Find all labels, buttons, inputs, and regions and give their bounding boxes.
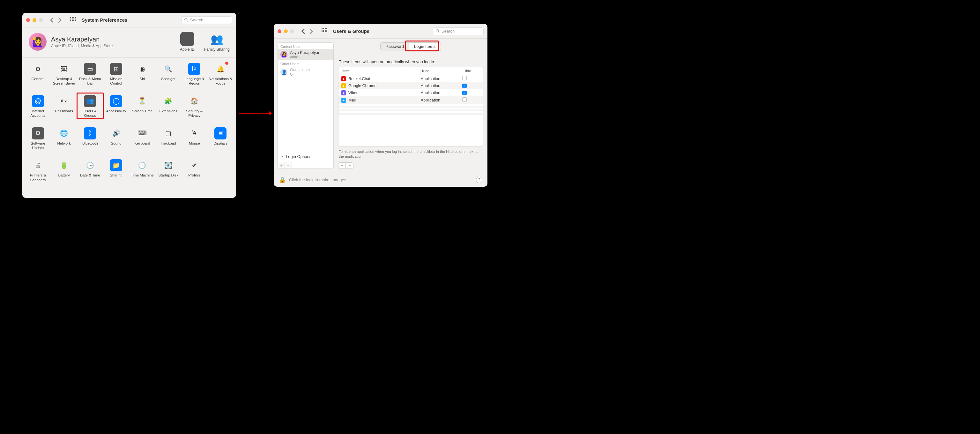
pref-desktop[interactable]: 🖼Desktop & Screen Saver (51, 61, 77, 86)
search-field[interactable]: Search (181, 16, 232, 24)
user-avatar[interactable]: 🙋‍♀️ (29, 33, 46, 51)
pref-mouse[interactable]: 🖱Mouse (181, 125, 208, 151)
lock-icon[interactable]: 🔒 (279, 177, 286, 183)
table-header: Item Kind Hide (339, 67, 483, 75)
hide-checkbox[interactable] (462, 76, 467, 80)
pref-label: Accessibility (104, 109, 129, 118)
show-all-icon[interactable] (321, 28, 328, 35)
pref-datetime[interactable]: 🕒Date & Time (77, 157, 103, 183)
app-icon: ● (341, 90, 346, 96)
pref-battery[interactable]: 🔋Battery (51, 157, 77, 183)
spotlight-icon: 🔍 (162, 63, 175, 75)
window-controls (278, 29, 294, 33)
add-user-button[interactable]: ＋ (278, 162, 285, 169)
pref-label: Notifications & Focus (208, 77, 233, 86)
minimize-window-button[interactable] (33, 18, 37, 22)
pref-sound[interactable]: 🔊Sound (103, 125, 129, 151)
pref-displays[interactable]: 🖥Displays (207, 125, 234, 151)
table-row[interactable]: ●MailApplication (339, 96, 483, 104)
app-kind: Application (421, 98, 462, 102)
family-sharing-tile[interactable]: 👥 Family Sharing (204, 32, 230, 52)
search-field[interactable]: Search (433, 27, 484, 35)
login-items-desc: These items will open automatically when… (339, 59, 482, 64)
pref-bluetooth[interactable]: ᛒBluetooth (77, 125, 103, 151)
pref-accessibility[interactable]: ◯Accessibility (103, 93, 129, 119)
pref-profiles[interactable]: ✔Profiles (181, 157, 208, 183)
pref-keyboard[interactable]: ⌨Keyboard (129, 125, 155, 151)
notification-badge (225, 62, 228, 65)
lock-row: 🔒 Click the lock to make changes. ? (274, 172, 487, 187)
add-login-item-button[interactable]: ＋ (338, 163, 346, 169)
pref-sharing[interactable]: 📁Sharing (103, 157, 129, 183)
other-users-header: Other Users (278, 60, 333, 66)
pref-network[interactable]: 🌐Network (51, 125, 77, 151)
app-icon: ● (341, 83, 346, 88)
close-window-button[interactable] (26, 18, 30, 22)
minimize-window-button[interactable] (284, 29, 288, 33)
tab-password[interactable]: Password (380, 43, 409, 50)
zoom-window-button[interactable] (39, 18, 43, 22)
tab-login-items[interactable]: Login Items (409, 43, 441, 50)
apple-id-tile[interactable]: Apple ID (180, 32, 195, 52)
pref-label: Screen Time (130, 109, 155, 118)
pref-trackpad[interactable]: ▢Trackpad (155, 125, 181, 151)
zoom-window-button[interactable] (290, 29, 294, 33)
pref-internet[interactable]: @Internet Accounts (25, 93, 51, 119)
guest-avatar-icon: 👤 (280, 69, 288, 76)
pref-label: Displays (208, 141, 233, 150)
sidebar-item-guest-user[interactable]: 👤 Guest User Off (278, 66, 333, 77)
startup-icon: 💽 (162, 159, 175, 171)
pref-screentime[interactable]: ⏳Screen Time (129, 93, 155, 119)
pref-general[interactable]: ⚙︎General (25, 61, 51, 86)
pref-label: Language & Region (182, 77, 207, 86)
col-kind[interactable]: Kind (421, 68, 462, 73)
col-hide[interactable]: Hide (462, 68, 480, 73)
table-row-empty (339, 113, 483, 115)
pref-mission[interactable]: ⊞Mission Control (103, 61, 129, 86)
app-name: Google Chrome (348, 84, 376, 88)
window-controls (26, 18, 43, 22)
table-row[interactable]: ●Rocket.ChatApplication (339, 75, 483, 82)
col-item[interactable]: Item (341, 68, 421, 73)
forward-button[interactable] (56, 16, 63, 24)
pref-label: Printers & Scanners (25, 173, 50, 182)
hide-checkbox[interactable] (462, 97, 467, 102)
pref-spotlight[interactable]: 🔍Spotlight (155, 61, 181, 86)
pref-label: Mouse (182, 141, 207, 150)
pref-siri[interactable]: ◉Siri (129, 61, 155, 86)
show-all-icon[interactable] (70, 17, 76, 23)
pref-printers[interactable]: 🖨Printers & Scanners (25, 157, 51, 183)
back-button[interactable] (48, 16, 56, 24)
dock-icon: ▭ (84, 63, 96, 75)
pref-extensions[interactable]: 🧩Extensions (155, 93, 181, 119)
hide-checkbox[interactable]: ✓ (462, 91, 467, 95)
pref-notifications[interactable]: 🔔Notifications & Focus (207, 61, 234, 86)
table-row[interactable]: ●Google ChromeApplication✓ (339, 82, 483, 89)
desktop-icon: 🖼 (58, 63, 70, 75)
svg-point-0 (185, 19, 187, 21)
login-options-row[interactable]: ⌂ Login Options (278, 151, 333, 162)
pref-language[interactable]: 🏳Language & Region (181, 61, 208, 86)
pref-security[interactable]: 🏠Security & Privacy (181, 93, 208, 119)
pref-timemachine[interactable]: 🕑Time Machine (129, 157, 155, 183)
pref-startup[interactable]: 💽Startup Disk (155, 157, 181, 183)
close-window-button[interactable] (278, 29, 282, 33)
sidebar-item-current-user[interactable]: 🙋‍♀️ Asya Karapetyan Admin (278, 49, 333, 60)
pref-update[interactable]: ⚙Software Update (25, 125, 51, 151)
screentime-icon: ⏳ (136, 95, 148, 107)
help-button[interactable]: ? (476, 177, 482, 183)
pref-passwords[interactable]: 🗝Passwords (51, 93, 77, 119)
table-row[interactable]: ●ViberApplication✓ (339, 89, 483, 96)
remove-login-item-button[interactable]: － (346, 163, 353, 169)
hide-checkbox[interactable]: ✓ (462, 84, 467, 88)
pref-dock[interactable]: ▭Dock & Menu Bar (77, 61, 103, 86)
language-icon: 🏳 (188, 63, 200, 75)
app-name: Viber (348, 91, 358, 95)
account-header: 🙋‍♀️ Asya Karapetyan Apple ID, iCloud, M… (22, 27, 236, 58)
pref-users[interactable]: 👥Users & Groups (77, 93, 103, 119)
forward-button[interactable] (307, 27, 315, 35)
annotation-arrow (239, 110, 272, 116)
back-button[interactable] (300, 27, 307, 35)
sharing-icon: 📁 (110, 159, 122, 171)
remove-user-button[interactable]: － (285, 162, 292, 169)
